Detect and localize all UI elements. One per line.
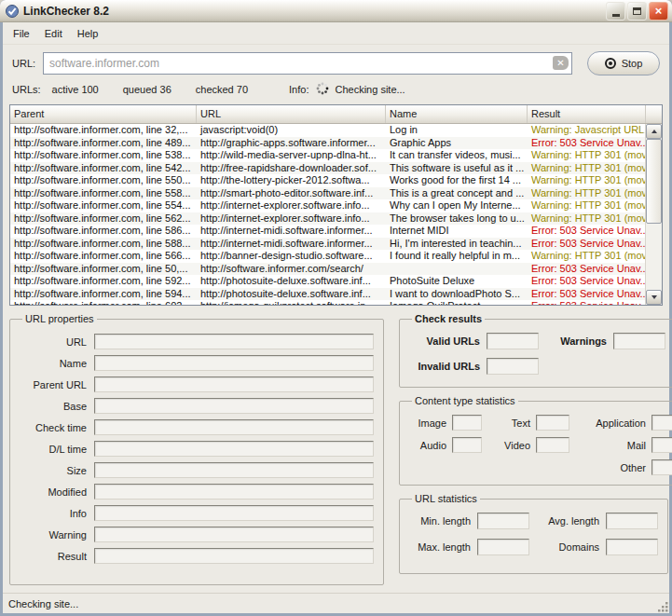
min-length-field[interactable] <box>477 513 529 529</box>
table-row[interactable]: http://software.informer.com, line 588..… <box>10 238 645 251</box>
application-count-field[interactable] <box>651 415 672 431</box>
scroll-down-button[interactable] <box>646 290 662 305</box>
property-field-parent-url[interactable] <box>94 376 374 392</box>
max-length-field[interactable] <box>477 539 529 555</box>
table-row[interactable]: http://software.informer.com, line 586..… <box>10 225 645 238</box>
cell-result: Error: 503 Service Unav... <box>528 225 645 238</box>
property-label: D/L time <box>20 444 87 455</box>
mail-label: Mail <box>575 440 646 451</box>
maximize-button[interactable] <box>627 2 647 21</box>
scrollbar-thumb[interactable] <box>646 139 662 224</box>
column-header-result[interactable]: Result <box>528 105 646 123</box>
property-field-warning[interactable] <box>94 527 374 542</box>
column-header-name[interactable]: Name <box>386 105 528 123</box>
close-button[interactable]: × <box>649 2 668 21</box>
busy-spinner-icon <box>316 82 329 97</box>
content-stats-group: Content type statistics Image Text Appli… <box>399 395 672 486</box>
table-row[interactable]: http://software.informer.com, line 32,..… <box>10 124 645 137</box>
check-results-title: Check results <box>412 313 485 324</box>
table-row[interactable]: http://software.informer.com, line 542..… <box>10 162 645 175</box>
domains-field[interactable] <box>606 539 658 555</box>
invalid-urls-field[interactable] <box>487 358 539 375</box>
menu-help[interactable]: Help <box>70 25 106 42</box>
cell-parent: http://software.informer.com, line 50,..… <box>10 263 197 276</box>
cell-url: http://internet-explorer.software.info..… <box>197 212 386 226</box>
table-row[interactable]: http://software.informer.com, line 592..… <box>10 275 645 288</box>
cell-url: http://internet-explorer.software.info..… <box>197 199 386 212</box>
scrollbar-track[interactable] <box>646 139 662 290</box>
cell-parent: http://software.informer.com, line 602..… <box>10 300 197 305</box>
property-label: Parent URL <box>20 379 87 390</box>
property-field-base[interactable] <box>94 398 374 414</box>
other-count-field[interactable] <box>651 459 672 475</box>
table-row[interactable]: http://software.informer.com, line 562..… <box>10 212 645 226</box>
column-header-url[interactable]: URL <box>197 105 386 123</box>
text-count-field[interactable] <box>536 415 569 431</box>
table-row[interactable]: http://software.informer.com, line 558..… <box>10 187 645 200</box>
table-row[interactable]: http://software.informer.com, line 489..… <box>10 137 645 150</box>
property-field-modified[interactable] <box>94 484 374 500</box>
cell-name: It can transfer videos, musi... <box>386 149 528 162</box>
cell-url: http://the-lottery-picker-2012.softwa... <box>197 174 386 187</box>
table-row[interactable]: http://software.informer.com, line 566..… <box>10 250 645 263</box>
audio-count-field[interactable] <box>452 437 482 453</box>
info-label: Info: <box>289 84 309 95</box>
resize-grip[interactable] <box>656 600 669 613</box>
table-row[interactable]: http://software.informer.com, line 538..… <box>10 149 645 162</box>
property-label: Check time <box>20 422 87 433</box>
cell-name: This software is useful as it ... <box>386 162 528 175</box>
table-row[interactable]: http://software.informer.com, line 594..… <box>10 288 645 301</box>
property-field-url[interactable] <box>94 334 374 349</box>
property-label: Warning <box>20 529 87 541</box>
property-row: Name <box>20 355 374 371</box>
cell-url: http://wild-media-server-upnp-dlna-ht... <box>197 149 386 162</box>
property-row: Warning <box>20 527 374 542</box>
image-count-field[interactable] <box>452 415 482 431</box>
url-stats-group: URL statistics Min. length Avg. length M… <box>399 493 668 574</box>
menu-file[interactable]: File <box>6 25 37 42</box>
warnings-field[interactable] <box>613 333 665 349</box>
table-row[interactable]: http://software.informer.com, line 602..… <box>10 300 645 305</box>
checked-count: 70 <box>237 84 248 95</box>
cell-parent: http://software.informer.com, line 592..… <box>10 275 197 288</box>
cell-url: http://photosuite-deluxe.software.inf... <box>197 275 386 288</box>
table-row[interactable]: http://software.informer.com, line 554..… <box>10 199 645 212</box>
statusbar: Checking site... <box>3 593 669 613</box>
video-count-field[interactable] <box>536 437 569 453</box>
avg-length-field[interactable] <box>606 513 658 529</box>
stop-button[interactable]: Stop <box>587 51 660 75</box>
table-row[interactable]: http://software.informer.com, line 50,..… <box>10 263 645 276</box>
property-field-check-time[interactable] <box>94 419 374 435</box>
arrow-down-icon <box>651 295 657 299</box>
cell-url: http://internet-midi.software.informer..… <box>197 225 386 238</box>
menu-edit[interactable]: Edit <box>37 25 70 42</box>
url-input[interactable] <box>43 52 572 75</box>
cell-name: Iomega QuikProtect <box>386 300 528 305</box>
domains-label: Domains <box>536 541 599 553</box>
url-table-body: http://software.informer.com, line 32,..… <box>10 124 645 305</box>
property-field-size[interactable] <box>94 462 374 478</box>
titlebar[interactable]: LinkChecker 8.2 × <box>0 0 672 22</box>
cell-result: Warning: HTTP 301 (mov... <box>528 199 645 212</box>
scroll-up-button[interactable] <box>646 124 662 139</box>
property-field-name[interactable] <box>94 355 374 371</box>
valid-urls-field[interactable] <box>487 333 539 349</box>
cell-result: Warning: Javascript URL... <box>528 124 645 137</box>
cell-parent: http://software.informer.com, line 32,..… <box>10 124 197 137</box>
column-header-parent[interactable]: Parent <box>10 105 197 123</box>
maximize-icon <box>633 7 641 15</box>
property-field-result[interactable] <box>94 548 374 564</box>
clear-url-icon[interactable]: ✕ <box>553 56 569 70</box>
window-body: File Edit Help URL: ✕ Stop URLs: active … <box>0 22 672 616</box>
checked-stat: checked 70 <box>196 84 248 95</box>
table-row[interactable]: http://software.informer.com, line 550..… <box>10 174 645 187</box>
mail-count-field[interactable] <box>651 437 672 453</box>
table-scrollbar[interactable] <box>645 124 662 305</box>
cell-parent: http://software.informer.com, line 562..… <box>10 212 197 226</box>
cell-result: Error: 503 Service Unav... <box>528 300 645 305</box>
window-controls: × <box>606 2 668 21</box>
minimize-button[interactable] <box>606 2 625 21</box>
property-label: Name <box>20 358 87 369</box>
property-field-info[interactable] <box>94 505 374 521</box>
property-field-d-l-time[interactable] <box>94 441 374 457</box>
